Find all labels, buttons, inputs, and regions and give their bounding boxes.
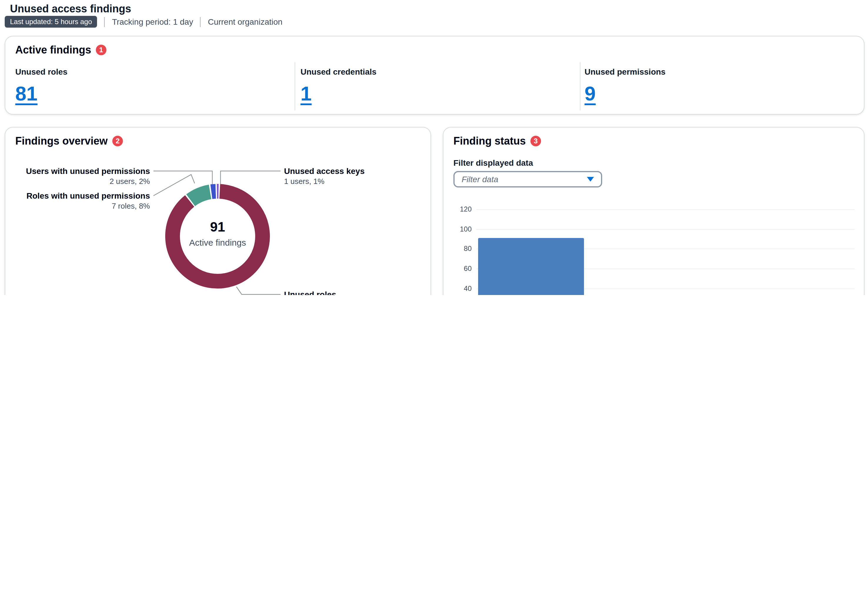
callout-detail: 7 roles, 8% [112, 202, 150, 210]
callout-unused-roles: Unused roles [284, 290, 336, 295]
current-organization: Current organization [208, 17, 283, 26]
callout-line-unused-roles [236, 287, 280, 294]
chevron-down-icon [587, 177, 594, 182]
active-findings-card-title: Active findings1 [15, 44, 106, 56]
donut-chart [5, 128, 431, 295]
y-axis-tick-label: 40 [452, 284, 472, 292]
metric-unused-credentials: Unused credentials 1 [301, 63, 376, 105]
metric-unused-roles: Unused roles 81 [15, 63, 67, 105]
gridline [476, 229, 855, 230]
metric-divider [295, 62, 295, 110]
y-axis-tick-label: 60 [452, 265, 472, 273]
annotation-badge-3: 3 [530, 136, 541, 146]
metric-divider [580, 62, 580, 110]
filter-select-placeholder: Filter data [462, 175, 498, 184]
donut-slice-roles-with-unused-permissions[interactable] [190, 192, 210, 200]
bar-active[interactable] [478, 238, 584, 295]
filter-label: Filter displayed data [453, 158, 533, 168]
metric-unused-permissions: Unused permissions 9 [585, 63, 666, 105]
donut-center-value: 91 [171, 219, 265, 235]
active-findings-card: Active findings1 Unused roles 81 Unused … [5, 36, 865, 115]
tracking-period: Tracking period: 1 day [112, 17, 193, 26]
finding-status-card: Finding status3 Filter displayed data Fi… [443, 127, 865, 295]
callout-detail: 1 users, 1% [284, 177, 324, 186]
card-title-text: Finding status [453, 135, 526, 147]
annotation-badge-1: 1 [96, 45, 106, 55]
meta-divider [200, 17, 201, 27]
unused-access-findings-page: Unused access findings Last updated: 5 h… [0, 0, 868, 295]
callout-unused-access-keys: Unused access keys [284, 166, 365, 176]
y-axis-tick-label: 120 [452, 205, 472, 213]
finding-status-card-title: Finding status3 [453, 135, 541, 147]
metric-label: Unused roles [15, 67, 67, 77]
donut-center: 91 Active findings [171, 219, 265, 247]
metric-label: Unused credentials [301, 67, 376, 77]
callout-line-unused-access-keys [220, 171, 280, 184]
card-title-text: Active findings [15, 44, 91, 56]
callout-users-with-unused-permissions: Users with unused permissions [26, 166, 150, 176]
filter-select[interactable]: Filter data [453, 171, 602, 187]
page-meta: Last updated: 5 hours ago Tracking perio… [5, 16, 283, 28]
donut-center-label: Active findings [171, 237, 265, 247]
callout-line-users-with-unused-permissions [154, 171, 212, 184]
metric-label: Unused permissions [585, 67, 666, 77]
meta-divider [104, 17, 105, 27]
callout-roles-with-unused-permissions: Roles with unused permissions [27, 191, 150, 200]
y-axis-tick-label: 80 [452, 245, 472, 253]
callout-line-roles-with-unused-permissions [154, 175, 195, 196]
findings-overview-card: Findings overview2 91 Active findings Us… [5, 127, 431, 295]
y-axis-tick-label: 100 [452, 225, 472, 233]
page-title: Unused access findings [10, 3, 131, 15]
last-updated-badge: Last updated: 5 hours ago [5, 16, 97, 28]
metric-value-link[interactable]: 9 [585, 82, 596, 105]
metric-value-link[interactable]: 81 [15, 82, 38, 105]
gridline [476, 209, 855, 210]
metric-value-link[interactable]: 1 [301, 82, 311, 105]
callout-detail: 2 users, 2% [110, 177, 150, 186]
